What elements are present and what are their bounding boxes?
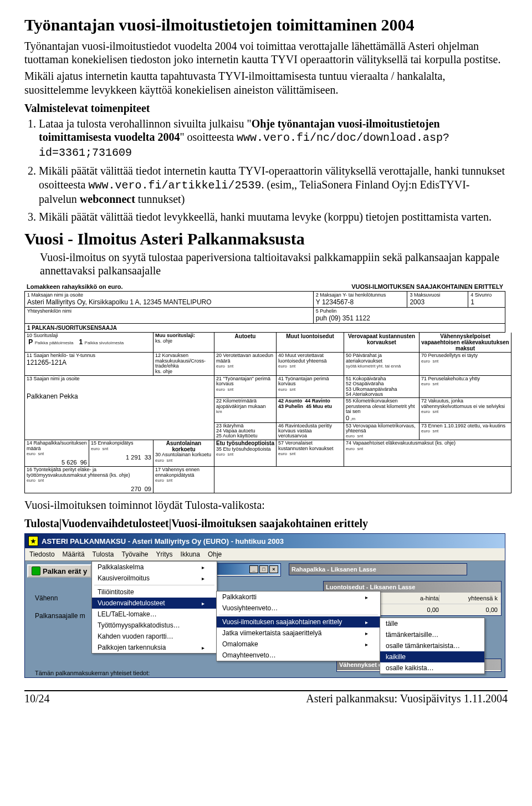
form-currency-note: Lomakkeen rahayksikkö on euro. bbox=[27, 283, 123, 290]
page-title: Työnantajan vuosi-ilmoitustietojen toimi… bbox=[24, 16, 508, 35]
section-heading: Vuosi - Ilmoitus Asteri Palkanmaksusta bbox=[24, 229, 508, 248]
person-icon bbox=[32, 567, 40, 575]
form-title-right: VUOSI-ILMOITUKSEN SAAJAKOHTAINEN ERITTEL… bbox=[351, 283, 503, 290]
mi-palkkakortti[interactable]: Palkkakortti bbox=[217, 591, 380, 603]
mi-tarkennuksia[interactable]: Palkkojen tarkennuksia bbox=[92, 642, 217, 653]
mi-tyottomyys[interactable]: Työttömyyspalkkatodistus… bbox=[92, 620, 217, 631]
menu-maarita[interactable]: Määritä bbox=[63, 550, 85, 558]
app-icon: ★ bbox=[28, 536, 38, 546]
phone: puh (09) 351 1122 bbox=[316, 314, 503, 322]
mi-lel-tael[interactable]: LEL/TaEL-lomake… bbox=[92, 609, 217, 620]
after-form-line2: Tulosta|Vuodenvaihdetulosteet|Vuosi-ilmo… bbox=[24, 517, 508, 530]
mi-tiliointi[interactable]: Tiliöintitosite bbox=[92, 586, 217, 598]
menu-tyovaihe[interactable]: Työvaihe bbox=[122, 550, 149, 558]
mi-vuosiyhteenveto[interactable]: Vuosiyhteenveto… bbox=[217, 603, 380, 614]
palkan-erat-button[interactable]: Palkan erät y bbox=[27, 564, 91, 578]
c14-euro: 5 626 bbox=[62, 459, 77, 466]
recipient-name: Palkkanen Pekka bbox=[27, 392, 212, 400]
mi-kahden-vuoden[interactable]: Kahden vuoden raportti… bbox=[92, 631, 217, 642]
intro-paragraph-1: Työnantajan vuosi-ilmoitustiedot vuodelt… bbox=[24, 39, 508, 67]
form-screenshot: Lomakkeen rahayksikkö on euro. VUOSI-ILM… bbox=[24, 282, 505, 494]
mi-vuodenvaihde[interactable]: Vuodenvaihdetulosteet bbox=[92, 598, 217, 609]
mi3-tamankertaisille[interactable]: tämänkertaisille… bbox=[380, 629, 484, 640]
maximize-icon: □ bbox=[259, 565, 268, 573]
footer-right: Asteri palkanmaksu: Vuosipäivitys 1.11.2… bbox=[306, 692, 508, 705]
app-titlebar: ★ ASTERI PALKANMAKSU - Asteri Malliyrity… bbox=[25, 534, 505, 548]
mi3-talle[interactable]: tälle bbox=[380, 618, 484, 629]
page-number: 1 bbox=[470, 298, 503, 306]
step-2: Mikäli päätät välittää tiedot internetin… bbox=[39, 164, 508, 206]
mi3-osalle-tamankertaisista[interactable]: osalle tämänkertaisista… bbox=[380, 640, 484, 651]
c15-euro: 1 291 bbox=[126, 454, 141, 461]
c16-euro: 270 bbox=[131, 486, 141, 492]
prep-heading: Valmistelevat toimenpiteet bbox=[24, 102, 508, 115]
steps-list: Lataa ja tulosta verohallinnon sivuilta … bbox=[24, 117, 508, 224]
left-line-2: Palkansaajalle m bbox=[35, 612, 85, 620]
menu-tiedosto[interactable]: Tiedosto bbox=[29, 550, 55, 558]
mi-omalomake[interactable]: Omalomake bbox=[217, 639, 380, 650]
left-line-1: Vähenn bbox=[35, 594, 58, 602]
step-1: Lataa ja tulosta verohallinnon sivuilta … bbox=[39, 117, 508, 160]
page-footer: 10/24 Asteri palkanmaksu: Vuosipäivitys … bbox=[24, 690, 508, 705]
tulosta-menu[interactable]: Palkkalaskelma Kausiveroilmoitus Tiliöin… bbox=[91, 561, 217, 654]
recipient-id: 121265-121A bbox=[27, 359, 151, 366]
close-icon: × bbox=[269, 565, 278, 573]
menu-yritys[interactable]: Yritys bbox=[156, 550, 173, 558]
inactive-title-2: Luontoisedut - Liksanen Lasse bbox=[326, 584, 415, 590]
menu-ikkuna[interactable]: Ikkuna bbox=[181, 550, 200, 558]
footer-left: 10/24 bbox=[24, 692, 50, 705]
payer-ytunnus: Y 1234567-8 bbox=[316, 298, 405, 306]
mi-palkkalaskelma[interactable]: Palkkalaskelma bbox=[92, 562, 217, 573]
mi3-osalle-kaikista[interactable]: osalle kaikista… bbox=[380, 662, 484, 674]
inactive-title-1: Rahapalkka - Liksanen Lasse bbox=[291, 566, 376, 573]
step-3: Mikäli päätät välittää tiedot levykkeell… bbox=[39, 210, 508, 223]
section-subtext: Vuosi-ilmoitus on syytä tulostaa paperiv… bbox=[24, 251, 508, 278]
mi-jatka-viimekertaista[interactable]: Jatka viimekertaista saajaerittelyä bbox=[217, 628, 380, 639]
after-form-line1: Vuosi-ilmoituksen toiminnot löydät Tulos… bbox=[24, 499, 508, 512]
mi-omayhteenveto[interactable]: Omayhteenveto… bbox=[217, 650, 380, 661]
saajakohtainen-submenu[interactable]: tälle tämänkertaisille… osalle tämänkert… bbox=[380, 618, 485, 674]
bottom-line: Tämän palkanmaksukerran yhteiset tiedot: bbox=[35, 670, 150, 676]
minimize-icon: _ bbox=[249, 565, 258, 573]
mi-vuosi-ilmoitus-saajakohtainen[interactable]: Vuosi-ilmoituksen saajakohtainen erittel… bbox=[217, 616, 380, 628]
vuodenvaihde-submenu[interactable]: Palkkakortti Vuosiyhteenveto… Vuosi-ilmo… bbox=[216, 591, 381, 661]
step-2-url: www.vero.fi/artikkeli/2539 bbox=[88, 179, 261, 192]
app-screenshot: ★ ASTERI PALKANMAKSU - Asteri Malliyrity… bbox=[24, 533, 505, 678]
mi-kausivero[interactable]: Kausiveroilmoitus bbox=[92, 573, 217, 584]
payer-name-address: Asteri Malliyritys Oy, Kirsikkapolku 1 A… bbox=[27, 298, 311, 306]
mi3-kaikille[interactable]: kaikille bbox=[380, 651, 484, 662]
tax-year: 2003 bbox=[410, 298, 466, 306]
form-section-1: 1 PALKAN-/SUORITUKSENSAAJA bbox=[24, 323, 505, 332]
menu-tulosta[interactable]: Tulosta bbox=[93, 550, 114, 558]
window-buttons[interactable]: _□× bbox=[248, 565, 278, 573]
menu-ohje[interactable]: Ohje bbox=[208, 550, 222, 558]
intro-paragraph-2: Mikäli ajatus internetin kautta tapahtuv… bbox=[24, 69, 508, 96]
app-menubar[interactable]: Tiedosto Määritä Tulosta Työvaihe Yritys… bbox=[25, 548, 505, 561]
